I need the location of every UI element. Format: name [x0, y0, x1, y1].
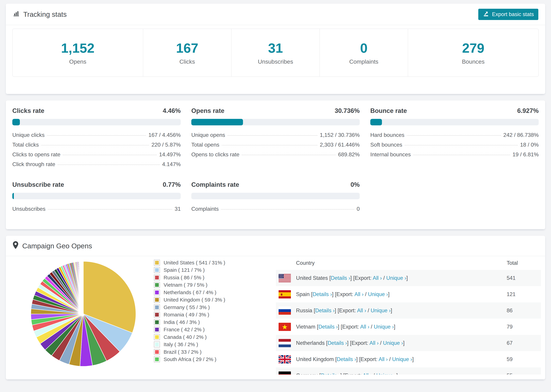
details-link[interactable]: Details › [321, 372, 340, 375]
rate-title: Unsubscribe rate [12, 181, 64, 188]
rate-block-header: Opens rate 30.736% [191, 107, 360, 114]
export-all-link[interactable]: All › [373, 275, 382, 281]
details-link[interactable]: Details › [318, 324, 338, 330]
rate-progress-fill [12, 119, 20, 125]
export-all-link[interactable]: All › [360, 324, 369, 330]
export-unique-link[interactable]: Unique › [376, 372, 396, 375]
rate-progress-fill [191, 119, 243, 125]
rate-block: Bounce rate 6.927% Hard bounces 242 / 86… [370, 107, 539, 171]
legend-item: Germany ( 55 / 3% ) [154, 304, 276, 311]
rate-block-header: Complaints rate 0% [191, 181, 360, 188]
geo-table-body: United States [Details ›] [Export: All ›… [276, 270, 541, 375]
legend-label: France ( 42 / 2% ) [164, 327, 205, 332]
stat-value: 31 [268, 40, 283, 56]
rate-row-value: 689.82% [338, 151, 360, 158]
rate-rows: Complaints 0 [191, 206, 360, 216]
country-cell: Netherlands [Details ›] [Export: All › /… [296, 340, 507, 346]
export-basic-stats-button[interactable]: Export basic stats [478, 9, 538, 20]
rate-row-label: Internal bounces [370, 151, 411, 158]
rate-row-label: Total clicks [12, 142, 39, 148]
rate-row-value: 220 / 5.87% [151, 142, 181, 148]
stat-cell: 279 Bounces [408, 29, 538, 77]
dotted-leader [222, 145, 318, 145]
dotted-leader [63, 155, 157, 155]
legend-item: France ( 42 / 2% ) [154, 326, 276, 334]
rate-row-value: 242 / 86.738% [503, 132, 539, 138]
country-total: 541 [507, 275, 541, 281]
export-all-link[interactable]: All › [363, 372, 372, 375]
export-all-link[interactable]: All › [354, 291, 363, 297]
table-row: Germany [Details ›] [Export: All › / Uni… [276, 367, 541, 375]
country-flag-icon-de [279, 371, 291, 375]
country-flag-icon-ru [279, 307, 291, 315]
rate-row-value: 1,152 / 30.736% [320, 132, 360, 138]
country-total: 86 [507, 308, 541, 314]
legend-item: Brazil ( 33 / 2% ) [154, 348, 276, 356]
rate-block-header: Unsubscribe rate 0.77% [12, 181, 181, 188]
rate-value: 0% [351, 181, 360, 188]
legend-item: Italy ( 36 / 2% ) [154, 341, 276, 348]
dotted-leader [41, 145, 149, 145]
stat-value: 1,152 [61, 40, 94, 56]
country-cell: United Kingdom [Details ›] [Export: All … [296, 356, 507, 362]
rate-block: Opens rate 30.736% Unique opens 1,152 / … [191, 107, 360, 171]
export-unique-link[interactable]: Unique › [368, 291, 388, 297]
rate-value: 4.46% [163, 107, 181, 114]
export-unique-link[interactable]: Unique › [371, 308, 391, 314]
rate-row: Soft bounces 18 / 0% [370, 142, 539, 151]
details-link[interactable]: Details › [327, 340, 347, 346]
export-all-link[interactable]: All › [369, 340, 379, 346]
legend-item: India ( 46 / 3% ) [154, 318, 276, 326]
rate-row-label: Hard bounces [370, 132, 404, 138]
rate-progress-fill [12, 193, 14, 199]
tracking-stats-card: Tracking stats Export basic stats 1,152 … [6, 3, 545, 94]
country-total: 55 [507, 372, 541, 375]
table-row: Vietnam [Details ›] [Export: All › / Uni… [276, 319, 541, 335]
export-all-link[interactable]: All › [357, 308, 366, 314]
table-row: United States [Details ›] [Export: All ›… [276, 270, 541, 286]
legend-label: Spain ( 121 / 7% ) [164, 267, 205, 273]
country-cell: Germany [Details ›] [Export: All › / Uni… [296, 372, 507, 375]
country-column-header: Country [276, 260, 507, 266]
stat-label: Clicks [179, 58, 195, 65]
details-link[interactable]: Details › [331, 275, 350, 281]
stat-label: Opens [69, 58, 86, 65]
rate-row-value: 2,303 / 61.446% [320, 142, 360, 148]
pie-slice[interactable] [83, 261, 83, 314]
rate-rows: Unsubscribes 31 [12, 206, 181, 216]
export-unique-link[interactable]: Unique › [383, 340, 403, 346]
details-link[interactable]: Details › [315, 308, 335, 314]
country-name: Vietnam [296, 324, 315, 330]
stat-value: 0 [360, 40, 367, 56]
export-unique-link[interactable]: Unique › [392, 356, 412, 362]
details-link[interactable]: Details › [337, 356, 356, 362]
legend-item: South Africa ( 29 / 2% ) [154, 356, 276, 363]
legend-label: Canada ( 40 / 2% ) [164, 334, 207, 340]
rate-row-label: Unique clicks [12, 132, 45, 138]
campaign-geo-title: Campaign Geo Opens [22, 242, 92, 250]
legend-color-chip [154, 267, 160, 273]
rate-progress-bar [370, 119, 539, 125]
geo-legend: United States ( 541 / 31% ) Spain ( 121 … [154, 256, 276, 375]
details-link[interactable]: Details › [313, 291, 332, 297]
dotted-leader [413, 155, 510, 155]
table-row: United Kingdom [Details ›] [Export: All … [276, 351, 541, 367]
legend-color-chip [154, 305, 160, 310]
rate-row-value: 0 [357, 206, 360, 212]
rate-title: Bounce rate [370, 107, 407, 114]
map-marker-icon [13, 241, 19, 251]
tracking-stats-header: Tracking stats Export basic stats [6, 4, 545, 25]
rate-row: Opens to clicks rate 689.82% [191, 151, 360, 161]
legend-item: Romania ( 49 / 3% ) [154, 311, 276, 319]
export-all-link[interactable]: All › [379, 356, 388, 362]
export-unique-link[interactable]: Unique › [374, 324, 394, 330]
dotted-leader [58, 165, 160, 165]
legend-label: Italy ( 36 / 2% ) [164, 342, 198, 347]
campaign-geo-content: United States ( 541 / 31% ) Spain ( 121 … [6, 256, 545, 375]
rate-value: 30.736% [335, 107, 360, 114]
export-unique-link[interactable]: Unique › [386, 275, 406, 281]
geo-pie-chart[interactable] [12, 256, 154, 375]
country-flag-icon-us [279, 274, 291, 282]
rate-title: Opens rate [191, 107, 224, 114]
country-total: 79 [507, 324, 541, 330]
